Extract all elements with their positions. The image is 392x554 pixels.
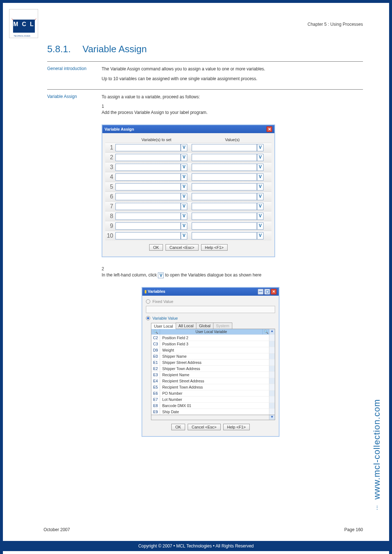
variable-row[interactable]: E0Shipper Name <box>151 353 275 359</box>
scrollbar-track[interactable] <box>269 384 275 390</box>
variable-input[interactable] <box>115 213 181 220</box>
scrollbar-track[interactable] <box>269 372 275 378</box>
scrollbar-track[interactable] <box>269 390 275 396</box>
variable-input[interactable] <box>115 144 181 151</box>
maximize-icon[interactable]: ▢ <box>264 289 270 295</box>
v-button[interactable]: V <box>181 213 187 220</box>
v-button[interactable]: V <box>257 164 264 171</box>
variable-id: E6 <box>151 390 160 396</box>
value-input[interactable] <box>192 144 257 151</box>
variable-input[interactable] <box>115 193 181 200</box>
value-input[interactable] <box>192 154 257 161</box>
help-button[interactable]: Help <F1> <box>223 424 250 430</box>
v-button[interactable]: V <box>181 173 187 181</box>
value-input[interactable] <box>192 222 257 230</box>
variable-input[interactable] <box>115 164 181 171</box>
v-button[interactable]: V <box>257 173 264 181</box>
variable-row[interactable]: E9Ship Date <box>151 409 275 415</box>
scrollbar-track[interactable] <box>269 409 275 415</box>
variable-id: E2 <box>151 365 160 372</box>
close-icon[interactable]: ✕ <box>266 126 272 132</box>
cancel-button[interactable]: Cancel <Esc> <box>166 244 198 251</box>
scrollbar-track[interactable] <box>269 335 275 341</box>
dialog-titlebar[interactable]: Variable Assign ✕ <box>102 125 274 133</box>
v-button[interactable]: V <box>181 183 187 190</box>
value-input[interactable] <box>192 164 257 171</box>
fixed-value-input[interactable] <box>146 306 275 313</box>
variable-row[interactable]: E5Recipient Town Address <box>151 384 275 390</box>
v-button[interactable]: V <box>257 144 264 151</box>
cancel-button[interactable]: Cancel <Esc> <box>188 424 220 430</box>
help-button[interactable]: Help <F1> <box>201 244 228 251</box>
v-button[interactable]: V <box>181 232 187 239</box>
scrollbar-track[interactable] <box>269 365 275 372</box>
scrollbar-track[interactable] <box>269 402 275 409</box>
v-button[interactable]: V <box>257 183 264 190</box>
variable-value-radio[interactable]: Variable Value <box>146 316 275 320</box>
v-button[interactable]: V <box>257 232 264 239</box>
scrollbar-track[interactable] <box>269 378 275 384</box>
variable-input[interactable] <box>115 203 181 210</box>
variable-row[interactable]: E6PO Number <box>151 390 275 396</box>
v-button[interactable]: V <box>181 193 187 200</box>
search-icon[interactable]: 🔍 <box>151 329 160 335</box>
v-button[interactable]: V <box>181 164 187 171</box>
variable-row[interactable]: E4Recipient Street Address <box>151 378 275 384</box>
search-icon[interactable]: 🔍 <box>262 329 269 335</box>
variable-row[interactable]: E7Lot Number <box>151 396 275 402</box>
value-input[interactable] <box>192 173 257 181</box>
minimize-icon[interactable]: — <box>258 289 264 295</box>
radio-icon <box>146 316 150 320</box>
variable-input[interactable] <box>115 222 181 230</box>
close-icon[interactable]: ✕ <box>271 289 277 295</box>
scroll-up-icon[interactable]: ▲ <box>269 329 275 335</box>
v-button[interactable]: V <box>257 154 264 161</box>
value-input[interactable] <box>192 213 257 220</box>
v-button[interactable]: V <box>181 144 187 151</box>
v-button[interactable]: V <box>181 203 187 210</box>
scrollbar-track[interactable] <box>269 359 275 365</box>
step-1-text: Add the process Variable Assign to your … <box>102 110 355 116</box>
v-button[interactable]: V <box>257 222 264 230</box>
variable-assign-intro: To assign a value to a variable, proceed… <box>102 94 363 100</box>
variable-input[interactable] <box>115 232 181 239</box>
scrollbar-track[interactable] <box>269 353 275 359</box>
scrollbar-track[interactable] <box>269 396 275 402</box>
row-number: 2 <box>107 154 115 161</box>
variable-input[interactable] <box>115 183 181 190</box>
v-button[interactable]: V <box>257 213 264 220</box>
ok-button[interactable]: OK <box>171 424 185 430</box>
dialog2-titlebar[interactable]: ▮ Variables — ▢ ✕ <box>142 288 279 296</box>
variable-row[interactable]: C3Position Field 3 <box>151 341 275 347</box>
variable-id: E8 <box>151 402 160 409</box>
variable-name: Recipient Name <box>160 372 269 378</box>
v-button[interactable]: V <box>257 193 264 200</box>
tab-user-local[interactable]: User Local <box>151 323 176 329</box>
variable-input[interactable] <box>115 154 181 161</box>
row-number: 7 <box>107 203 115 210</box>
scroll-down-icon[interactable]: ▼ <box>269 415 275 420</box>
v-icon: V <box>158 272 164 278</box>
variable-row[interactable]: C2Position Field 2 <box>151 335 275 341</box>
v-button[interactable]: V <box>181 222 187 230</box>
fixed-value-radio[interactable]: Fixed Value <box>146 299 275 304</box>
variable-row[interactable]: E1Shipper Street Address <box>151 359 275 365</box>
variable-input[interactable] <box>115 173 181 181</box>
tab-global[interactable]: Global <box>196 323 213 329</box>
value-input[interactable] <box>192 232 257 239</box>
variable-name: Position Field 3 <box>160 341 269 347</box>
variable-row[interactable]: E8Barcode DMX 01 <box>151 402 275 409</box>
col-header-variable: User Local Variable <box>160 329 262 335</box>
value-input[interactable] <box>192 183 257 190</box>
variable-row[interactable]: E3Recipient Name <box>151 372 275 378</box>
value-input[interactable] <box>192 203 257 210</box>
variable-row[interactable]: E2Shipper Town Address <box>151 365 275 372</box>
scrollbar-track[interactable] <box>269 347 275 353</box>
tab-all-local[interactable]: All Local <box>176 323 197 329</box>
ok-button[interactable]: OK <box>149 244 163 251</box>
v-button[interactable]: V <box>257 203 264 210</box>
scrollbar-track[interactable] <box>269 341 275 347</box>
v-button[interactable]: V <box>181 154 187 161</box>
value-input[interactable] <box>192 193 257 200</box>
variable-row[interactable]: D9Weight <box>151 347 275 353</box>
